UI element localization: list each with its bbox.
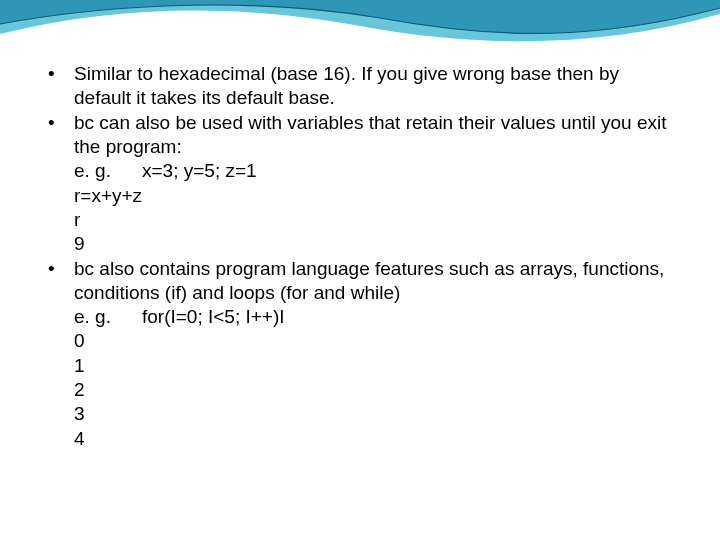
example-code: x=3; y=5; z=1: [142, 159, 257, 183]
bullet-marker: •: [48, 111, 74, 160]
bullet-item: • Similar to hexadecimal (base 16). If y…: [48, 62, 672, 111]
code-line: 4: [74, 427, 672, 451]
code-line: 2: [74, 378, 672, 402]
code-line: r=x+y+z: [74, 184, 672, 208]
code-line: 0: [74, 329, 672, 353]
code-line: 1: [74, 354, 672, 378]
bullet-text: Similar to hexadecimal (base 16). If you…: [74, 62, 672, 111]
bullet-text: bc also contains program language featur…: [74, 257, 672, 306]
bullet-marker: •: [48, 62, 74, 111]
bullet-item: • bc can also be used with variables tha…: [48, 111, 672, 160]
header-wave-front: [0, 0, 720, 50]
slide: • Similar to hexadecimal (base 16). If y…: [0, 0, 720, 540]
bullet-item: • bc also contains program language feat…: [48, 257, 672, 306]
content-area: • Similar to hexadecimal (base 16). If y…: [48, 62, 672, 451]
example-line: e. g. x=3; y=5; z=1: [74, 159, 672, 183]
code-line: r: [74, 208, 672, 232]
code-line: 9: [74, 232, 672, 256]
example-code: for(I=0; I<5; I++)I: [142, 305, 285, 329]
code-line: 3: [74, 402, 672, 426]
example-label: e. g.: [74, 159, 142, 183]
example-line: e. g. for(I=0; I<5; I++)I: [74, 305, 672, 329]
bullet-text: bc can also be used with variables that …: [74, 111, 672, 160]
bullet-marker: •: [48, 257, 74, 306]
example-label: e. g.: [74, 305, 142, 329]
